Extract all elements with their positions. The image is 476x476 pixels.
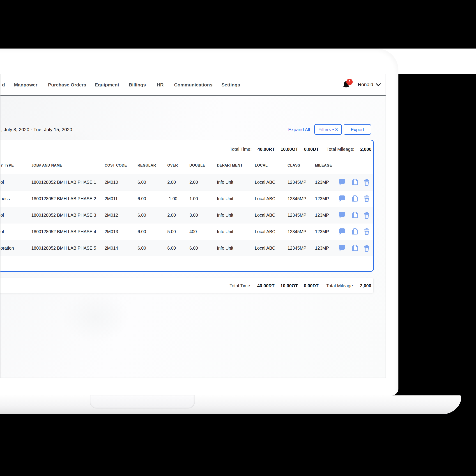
cell-pay-type: ol [0, 223, 4, 240]
expand-all-link[interactable]: Expand All [288, 126, 310, 133]
cell-job: 1800128052 BMH LAB PHASE 3 [31, 207, 96, 223]
comment-button[interactable] [339, 244, 346, 252]
cell-pay-type: oration [0, 240, 14, 256]
comment-icon [339, 195, 346, 202]
column-header-department: DEPARTMENT [217, 162, 243, 169]
table-row: oration 1800128052 BMH LAB PHASE 5 2M014… [0, 240, 373, 256]
notification-badge: 2 [346, 79, 353, 85]
trash-icon [363, 228, 370, 235]
delete-button[interactable] [363, 195, 371, 203]
laptop-thumb-scoop [90, 395, 195, 408]
comment-button[interactable] [339, 179, 346, 186]
table-row: ol 1800128052 BMH LAB PHASE 3 2M012 6.00… [0, 207, 373, 223]
delete-button[interactable] [363, 228, 371, 236]
screenshot-canvas: d Manpower Purchase Orders Equipment Bil… [0, 0, 476, 476]
cell-double: 3.00 [189, 207, 198, 223]
total-rt-value: 40.00RT [257, 147, 275, 152]
cell-class: 12345MP [288, 207, 306, 223]
nav-item-settings[interactable]: Settings [221, 74, 240, 95]
nav-item-billings[interactable]: Billings [129, 74, 146, 95]
cell-regular: 6.00 [137, 190, 146, 207]
total-ot-value: 10.00OT [281, 147, 298, 152]
table-row: ol 1800128052 BMH LAB PHASE 4 2M013 6.00… [0, 223, 373, 240]
cell-class: 12345MP [288, 174, 306, 190]
cell-department: Info Unit [217, 240, 233, 256]
cell-over: 2.00 [167, 207, 176, 223]
comment-button[interactable] [339, 211, 346, 219]
top-navbar: d Manpower Purchase Orders Equipment Bil… [0, 74, 386, 96]
cell-class: 12345MP [288, 190, 306, 207]
nav-item-dashboard[interactable]: d [2, 74, 5, 95]
cell-local: Local ABC [255, 190, 275, 207]
nav-item-hr[interactable]: HR [157, 74, 164, 95]
nav-item-manpower[interactable]: Manpower [14, 74, 37, 95]
cell-local: Local ABC [255, 174, 275, 190]
nav-item-purchase-orders[interactable]: Purchase Orders [48, 74, 86, 95]
summary-total-mileage: Total Mileage: 2,000 [326, 282, 371, 289]
table-row: ol 1800128052 BMH LAB PHASE 1 2M010 6.00… [0, 174, 373, 190]
trash-icon [363, 195, 370, 202]
table-row: ness 1800128052 BMH LAB PHASE 2 2M011 6.… [0, 190, 373, 207]
cell-job: 1800128052 BMH LAB PHASE 2 [31, 190, 96, 207]
cell-mileage: 123MP [315, 174, 329, 190]
date-range-label: , July 8, 2020 - Tue, July 15, 2020 [1, 126, 72, 133]
copy-button[interactable] [351, 228, 359, 236]
cell-regular: 6.00 [137, 174, 146, 190]
copy-button[interactable] [351, 244, 359, 252]
cell-mileage: 123MP [315, 190, 329, 207]
column-header-local: LOCAL [255, 162, 268, 169]
copy-button[interactable] [351, 195, 359, 203]
cell-pay-type: ness [0, 190, 10, 207]
column-header-regular: REGULAR [137, 162, 156, 169]
total-time-label: Total Time: [230, 147, 252, 152]
notifications-button[interactable]: 2 [342, 80, 352, 91]
filters-button[interactable]: Filters • 3 [314, 124, 342, 135]
copy-button[interactable] [351, 211, 359, 219]
cell-job: 1800128052 BMH LAB PHASE 5 [31, 240, 96, 256]
cell-cost-code: 2M013 [105, 223, 118, 240]
cell-local: Local ABC [255, 240, 275, 256]
delete-button[interactable] [363, 179, 371, 186]
copy-button[interactable] [351, 179, 359, 186]
cell-over: 5.00 [167, 223, 176, 240]
total-dt-value: 0.00DT [304, 147, 319, 152]
cell-department: Info Unit [217, 223, 233, 240]
copy-icon [351, 179, 358, 186]
total-ot-value: 10.00OT [280, 283, 298, 289]
nav-item-communications[interactable]: Communications [174, 74, 212, 95]
comment-button[interactable] [339, 195, 346, 203]
column-header-job: JOB# AND NAME [31, 162, 62, 169]
cell-cost-code: 2M011 [105, 190, 118, 207]
comment-icon [339, 228, 346, 235]
column-header-over: OVER [167, 162, 178, 169]
total-rt-value: 40.00RT [257, 283, 275, 289]
export-button[interactable]: Export [344, 124, 371, 135]
cell-double: 1.00 [189, 190, 198, 207]
delete-button[interactable] [363, 244, 371, 252]
total-mileage-label: Total Mileage: [326, 147, 354, 152]
delete-button[interactable] [363, 211, 371, 219]
cell-pay-type: ol [0, 207, 4, 223]
cell-cost-code: 2M014 [105, 240, 118, 256]
cell-job: 1800128052 BMH LAB PHASE 1 [31, 174, 96, 190]
cell-regular: 6.00 [137, 223, 146, 240]
cell-local: Local ABC [255, 223, 275, 240]
column-header-mileage: MILEAGE [315, 162, 332, 169]
total-mileage-label: Total Mileage: [326, 283, 354, 289]
card-total-time: Total Time: 40.00RT 10.00OT 0.00DT [230, 146, 319, 153]
cell-double: 400 [189, 223, 197, 240]
copy-icon [351, 211, 358, 219]
comment-button[interactable] [339, 228, 346, 236]
nav-item-equipment[interactable]: Equipment [95, 74, 119, 95]
total-time-label: Total Time: [230, 283, 251, 289]
cell-cost-code: 2M012 [105, 207, 118, 223]
cell-department: Info Unit [217, 174, 233, 190]
laptop-base [0, 395, 461, 414]
cell-job: 1800128052 BMH LAB PHASE 4 [31, 223, 96, 240]
chevron-down-icon [376, 83, 381, 86]
trash-icon [363, 211, 370, 219]
cell-department: Info Unit [217, 207, 233, 223]
user-menu[interactable]: Ronald [358, 74, 381, 95]
column-header-double: DOUBLE [189, 162, 205, 169]
page-content: , July 8, 2020 - Tue, July 15, 2020 Expa… [0, 96, 386, 378]
